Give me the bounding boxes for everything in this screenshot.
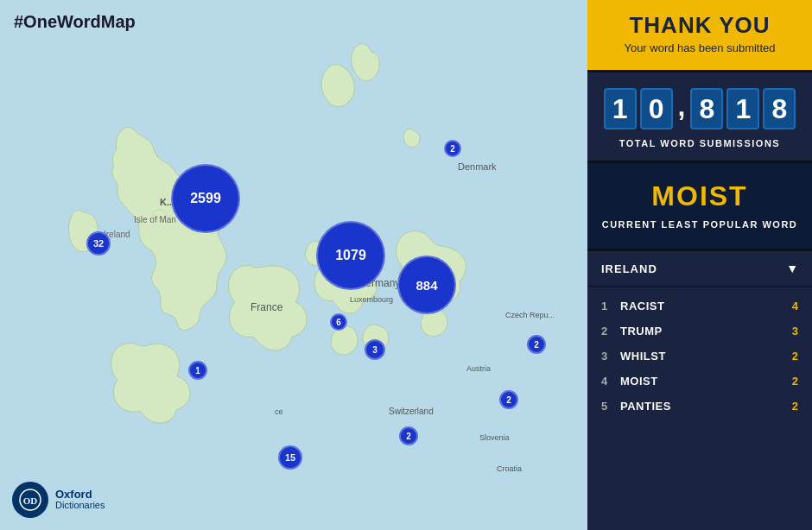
bubble-portugal[interactable]: 1 [188,361,207,380]
svg-text:Czech Repu...: Czech Repu... [505,311,555,319]
svg-text:Denmark: Denmark [458,161,497,172]
svg-text:France: France [251,301,283,313]
counter-display: 1 0 , 8 1 8 [596,88,803,129]
bubble-denmark[interactable]: 2 [444,140,461,157]
ranking-list: 1 RACIST 4 2 TRUMP 3 3 WHILST 2 4 MOIST … [587,287,812,426]
svg-text:Isle of Man: Isle of Man [134,215,176,224]
rank-count: 2 [792,400,798,413]
digit-2: 0 [640,88,673,129]
rank-number: 3 [601,350,617,363]
svg-text:Switzerland: Switzerland [389,407,434,416]
rank-count: 4 [792,300,798,312]
logo-oxford: Oxford [55,489,105,500]
bubble-netherlands[interactable]: 1079 [316,221,385,290]
bubble-belgium[interactable]: 6 [330,313,347,331]
selected-country: IRELAND [601,262,657,275]
rank-item: 3 WHILST 2 [587,344,812,369]
digit-4: 1 [726,88,759,129]
svg-text:Austria: Austria [466,364,491,373]
rank-word: WHILST [620,350,785,363]
digit-3: 8 [690,88,723,129]
svg-text:Luxembourg: Luxembourg [350,295,393,304]
rank-item: 1 RACIST 4 [587,293,812,319]
rank-count: 2 [792,350,798,363]
bubble-uk[interactable]: 2599 [171,164,240,233]
bubble-luxembourg[interactable]: 3 [365,339,385,360]
chevron-down-icon: ▼ [786,262,798,275]
rank-item: 2 TRUMP 3 [587,319,812,344]
rank-number: 4 [601,375,617,388]
bubble-france[interactable]: 15 [278,445,302,470]
svg-text:Croatia: Croatia [497,464,522,473]
rank-count: 2 [792,375,798,388]
rank-number: 5 [601,400,617,413]
country-selector[interactable]: IRELAND ▼ [587,251,812,287]
rank-word: MOIST [620,375,785,388]
rank-word: PANTIES [620,400,785,413]
rank-count: 3 [792,325,798,338]
logo-circle: OD [12,482,48,518]
digit-5: 8 [763,88,796,129]
bubble-switzerland[interactable]: 2 [399,426,418,445]
counter-label: TOTAL WORD SUBMISSIONS [596,138,803,148]
bubble-germany[interactable]: 884 [397,256,456,314]
thank-you-subtitle: Your word has been submitted [605,41,795,54]
rank-word: TRUMP [620,325,785,338]
rank-number: 2 [601,325,617,338]
least-popular-word: MOIST [601,180,798,212]
svg-text:OD: OD [23,495,38,506]
thank-you-title: THANK YOU [605,14,795,36]
bubble-austria[interactable]: 2 [499,390,518,409]
bubble-ireland[interactable]: 32 [86,231,111,256]
logo-dictionaries: Dictionaries [55,500,105,511]
map-section: #OneWordMap Isle of Man Ire [0,0,587,530]
rank-item: 4 MOIST 2 [587,369,812,394]
svg-text:ce: ce [275,407,283,416]
map-title: #OneWordMap [14,12,136,32]
logo-text: Oxford Dictionaries [55,489,105,511]
rankings-box: IRELAND ▼ 1 RACIST 4 2 TRUMP 3 3 WHILST … [587,249,812,530]
rank-word: RACIST [620,300,785,312]
counter-box: 1 0 , 8 1 8 TOTAL WORD SUBMISSIONS [587,70,812,161]
digit-1: 1 [604,88,637,129]
bubble-czech[interactable]: 2 [527,335,546,354]
rank-item: 5 PANTIES 2 [587,394,812,419]
oxford-logo: OD Oxford Dictionaries [12,482,105,518]
thank-you-box: THANK YOU Your word has been submitted [587,0,812,70]
right-panel: THANK YOU Your word has been submitted 1… [587,0,812,530]
least-popular-label: CURRENT LEAST POPULAR WORD [601,219,798,230]
rank-number: 1 [601,300,617,312]
word-box: MOIST CURRENT LEAST POPULAR WORD [587,161,812,249]
svg-text:Slovenia: Slovenia [479,433,510,442]
counter-comma: , [678,91,686,128]
oxford-icon: OD [18,488,42,512]
